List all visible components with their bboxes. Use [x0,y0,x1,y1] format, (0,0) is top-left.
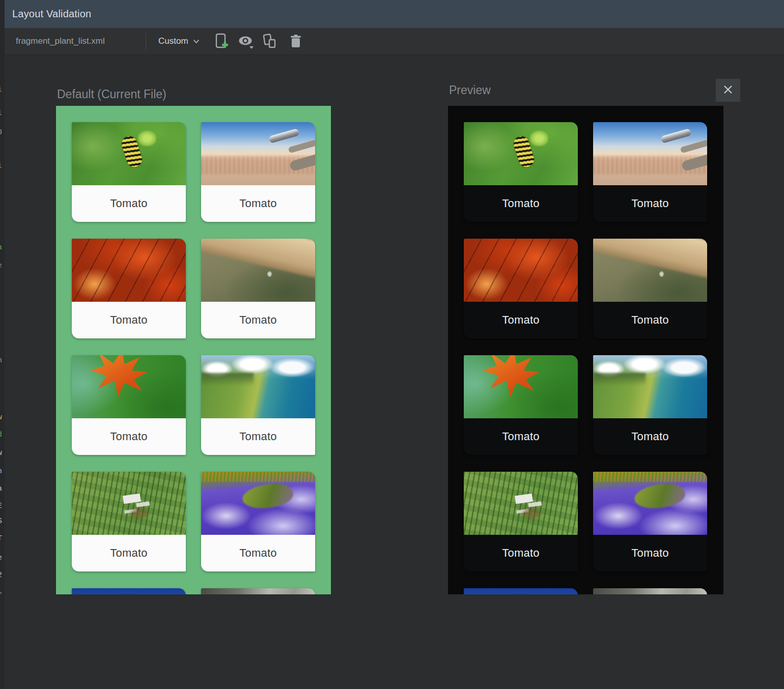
chevron-down-icon [193,37,200,46]
plant-card: Tomato [72,355,186,455]
plant-photo [72,472,186,535]
editor-text-fragment: 2 [0,571,2,580]
plant-name: Tomato [593,418,707,455]
plant-card: Tomato [201,355,315,455]
plant-photo [464,122,578,185]
editor-text-fragment: > [0,589,2,598]
editor-text-fragment: i [0,162,2,170]
close-preview-button[interactable] [716,79,740,102]
device-plus-icon [214,33,229,49]
plant-name: Tomato [201,185,315,222]
plant-name: Tomato [201,535,315,571]
plant-card: Tomato [201,122,315,222]
plant-photo [593,355,707,418]
tool-window-titlebar: Layout Validation [5,0,784,28]
plant-card: Tomato [593,355,707,455]
editor-text-fragment: e [0,554,2,562]
plant-card: Tomato [464,588,578,594]
dropdown-caret-icon [249,46,254,49]
plant-name: Tomato [72,302,186,338]
copy-devices-icon [262,33,277,49]
editor-text-fragment: S [0,517,2,526]
editor-text-fragment: E [0,502,2,510]
plant-card: Tomato [201,472,315,571]
add-configuration-button[interactable] [213,33,230,50]
plant-name: Tomato [593,302,707,338]
plant-card: Tomato [72,122,186,222]
plant-photo [72,355,186,418]
editor-text-fragment: w [0,413,2,422]
plant-photo [201,355,315,418]
plant-photo [72,588,186,594]
editor-text-fragment: 0 [0,128,2,137]
plant-name: Tomato [593,185,707,222]
editor-text-fragment: e [0,262,2,270]
plant-photo [72,122,186,185]
plant-photo [593,472,707,535]
plant-photo [464,588,578,594]
delete-configuration-button[interactable] [287,33,304,50]
plant-name: Tomato [201,418,315,455]
plant-name: Tomato [464,185,578,222]
editor-text-fragment: d [0,430,2,439]
plant-photo [593,122,707,185]
configuration-set-label: Custom [158,36,188,46]
close-icon [723,85,733,96]
tool-window-title: Layout Validation [5,8,91,20]
editor-text-fragment: n [0,467,2,476]
plant-card: Tomato [593,122,707,222]
plant-photo [464,355,578,418]
plant-card: Tomato [593,239,707,338]
toolbar-separator [146,33,146,50]
plant-photo [464,472,578,535]
plant-card: Tomato [464,122,578,222]
plant-photo [201,588,315,594]
plant-photo [593,239,707,302]
plant-card: Tomato [464,239,578,338]
editor-text-fragment: T [0,534,2,543]
preview-panel-header: Preview [449,83,491,97]
editor-text-fragment: a [0,484,2,493]
plant-photo [201,239,315,302]
eye-icon [238,36,253,47]
trash-icon [290,34,302,48]
editor-text-fragment: n [0,356,2,365]
plant-card: Tomato [201,588,315,594]
appearance-button[interactable] [237,33,254,50]
plant-card: Tomato [201,239,315,338]
editor-text-fragment: w [0,449,2,457]
copy-configuration-button[interactable] [261,33,278,50]
plant-photo [593,588,707,594]
editor-text-fragment: i [0,109,2,118]
editor-edge-strip: ii0iaenwdwnaESTe2> [0,0,5,689]
plant-name: Tomato [201,302,315,338]
editor-text-fragment: a [0,243,2,252]
layout-validation-toolbar: fragment_plant_list.xml Custom [5,28,784,55]
plant-name: Tomato [464,535,578,571]
plant-photo [201,122,315,185]
editor-text-fragment: i [0,85,2,94]
plant-card: Tomato [464,472,578,571]
plant-photo [72,239,186,302]
plant-name: Tomato [464,418,578,455]
plant-name: Tomato [72,535,186,571]
plant-card: Tomato [72,472,186,571]
plant-card: Tomato [593,588,707,594]
plant-name: Tomato [72,418,186,455]
plant-card: Tomato [464,355,578,455]
layout-filename-label: fragment_plant_list.xml [16,36,146,46]
plant-name: Tomato [593,535,707,571]
plant-photo [201,472,315,535]
plant-name: Tomato [464,302,578,338]
default-panel-header: Default (Current File) [57,88,166,101]
default-layout-preview[interactable]: Tomato Tomato Tomato Tomato Tomato Tomat… [56,106,331,594]
plant-card: Tomato [72,588,186,594]
plant-card: Tomato [593,472,707,571]
plant-card: Tomato [72,239,186,338]
plant-name: Tomato [72,185,186,222]
plant-photo [464,239,578,302]
dark-theme-preview[interactable]: Tomato Tomato Tomato Tomato Tomato Tomat… [448,106,723,594]
configuration-set-dropdown[interactable]: Custom [156,33,202,49]
